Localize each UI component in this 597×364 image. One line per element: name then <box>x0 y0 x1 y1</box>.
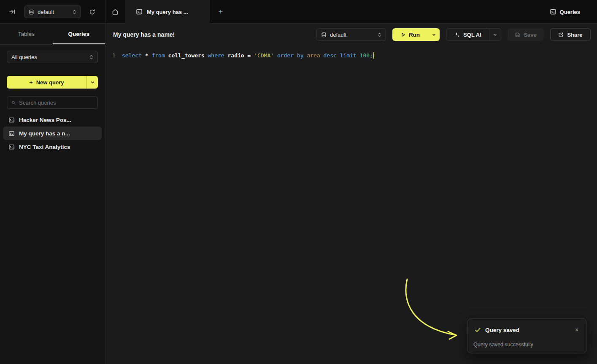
chevron-up-down-icon <box>89 54 93 60</box>
home-icon <box>112 8 119 15</box>
save-label: Save <box>524 32 536 38</box>
sql-token-star: * <box>145 52 152 59</box>
new-tab-button[interactable]: + <box>216 7 226 17</box>
main-area: My query has a name! default Run <box>105 24 597 364</box>
sql-tokens: select * from cell_towers where radio = … <box>122 52 373 59</box>
collapse-sidebar-button[interactable] <box>7 7 17 17</box>
run-button[interactable]: Run <box>392 28 428 41</box>
query-header: My query has a name! default Run <box>105 24 597 46</box>
collapse-sidebar-icon <box>9 8 16 15</box>
share-button[interactable]: Share <box>550 28 591 41</box>
query-list-item-label: NYC Taxi Analytics <box>19 144 70 150</box>
new-query-label: New query <box>36 79 64 86</box>
query-filter-select[interactable]: All queries <box>7 51 98 63</box>
query-title: My query has a name! <box>113 24 175 46</box>
sql-token-keyword: from <box>151 52 168 59</box>
sql-editor[interactable]: 1 select * from cell_towers where radio … <box>105 46 597 364</box>
search-queries-box <box>7 96 98 109</box>
share-icon <box>558 32 564 38</box>
sparkle-icon <box>454 32 460 38</box>
sql-token-identifier: cell_towers <box>168 52 208 59</box>
sidebar: Tables Queries All queries + New query H… <box>0 24 105 364</box>
chevron-down-icon <box>90 80 95 85</box>
topbar-divider <box>105 0 105 24</box>
sql-token-string: 'CDMA' <box>254 52 277 59</box>
share-label: Share <box>567 32 582 38</box>
query-list: Hacker News Pos... My query has a n... N… <box>3 113 102 154</box>
query-list-item-label: My query has a n... <box>19 130 70 137</box>
database-icon <box>321 32 327 38</box>
query-list-item[interactable]: My query has a n... <box>3 127 102 140</box>
query-list-item-label: Hacker News Pos... <box>19 117 71 123</box>
sql-token-keyword: order <box>277 52 297 59</box>
line-number: 1 <box>112 52 116 59</box>
toast-title: Query saved <box>485 327 519 333</box>
refresh-button[interactable] <box>87 7 97 17</box>
sql-token-keyword: by <box>297 52 307 59</box>
sql-token-operator: = <box>247 52 254 59</box>
sql-ai-label: SQL AI <box>463 32 481 38</box>
chevron-down-icon <box>432 32 436 37</box>
sql-ai-options-button[interactable] <box>489 29 501 40</box>
home-button[interactable] <box>110 7 120 17</box>
plus-icon: + <box>30 79 33 86</box>
query-icon <box>8 130 15 137</box>
code-line[interactable]: select * from cell_towers where radio = … <box>122 52 374 59</box>
database-selector-value: default <box>38 9 54 15</box>
sql-token-keyword: limit <box>340 52 360 59</box>
query-list-item[interactable]: Hacker News Pos... <box>3 113 102 127</box>
editor-tab[interactable]: My query has ... <box>125 0 210 24</box>
save-button[interactable]: Save <box>508 28 544 41</box>
check-icon <box>475 327 481 333</box>
queries-indicator[interactable]: Queries <box>550 0 580 24</box>
play-icon <box>400 32 406 38</box>
query-icon <box>136 8 143 15</box>
sql-token-identifier: radio <box>227 52 247 59</box>
database-selector-topbar[interactable]: default <box>24 5 81 18</box>
sidebar-tab-queries-label: Queries <box>68 31 89 37</box>
plus-icon: + <box>219 8 223 16</box>
save-icon <box>515 32 520 38</box>
new-query-dropdown-button[interactable] <box>87 76 98 89</box>
run-split-button: Run <box>392 28 440 41</box>
chevron-up-down-icon <box>378 32 381 38</box>
run-options-button[interactable] <box>428 28 440 41</box>
new-query-button[interactable]: + New query <box>7 76 86 89</box>
query-icon <box>8 144 15 150</box>
close-icon: × <box>575 326 578 333</box>
sidebar-tab-tables[interactable]: Tables <box>0 24 53 44</box>
sql-ai-button[interactable]: SQL AI <box>446 29 489 40</box>
refresh-icon <box>89 9 95 15</box>
sql-token-number: 100 <box>360 52 370 59</box>
sql-token-keyword: desc <box>324 52 340 59</box>
chevron-down-icon <box>493 32 497 37</box>
sql-token-keyword: where <box>208 52 228 59</box>
toast-message: Query saved successfully <box>473 342 533 348</box>
sql-token-keyword: select <box>122 52 145 59</box>
editor-tab-title: My query has ... <box>147 9 188 15</box>
search-queries-input[interactable] <box>19 100 93 106</box>
toast-close-button[interactable]: × <box>573 326 581 334</box>
database-icon <box>29 9 34 15</box>
toast-query-saved: Query saved × Query saved successfully <box>467 318 586 353</box>
queries-icon <box>550 8 556 15</box>
sidebar-tab-tables-label: Tables <box>18 31 35 37</box>
sql-token-punctuation: ; <box>370 52 373 59</box>
sql-ai-split-button: SQL AI <box>446 28 501 41</box>
run-label: Run <box>409 32 420 38</box>
topbar: default My query has ... + Queries <box>0 0 597 24</box>
queries-indicator-label: Queries <box>560 9 580 15</box>
query-icon <box>8 117 15 123</box>
text-cursor <box>373 52 374 59</box>
new-query-split-button: + New query <box>7 76 98 89</box>
database-selector-value: default <box>330 32 346 38</box>
database-selector-main[interactable]: default <box>316 28 386 41</box>
query-list-item[interactable]: NYC Taxi Analytics <box>3 140 102 154</box>
toast-header: Query saved <box>475 327 519 333</box>
sidebar-tab-queries[interactable]: Queries <box>53 24 105 44</box>
query-filter-value: All queries <box>11 54 37 60</box>
search-icon <box>11 100 16 105</box>
sql-token-field: area <box>307 52 323 59</box>
editor-toolbar: default Run SQL AI <box>316 28 591 41</box>
chevron-up-down-icon <box>73 9 76 15</box>
